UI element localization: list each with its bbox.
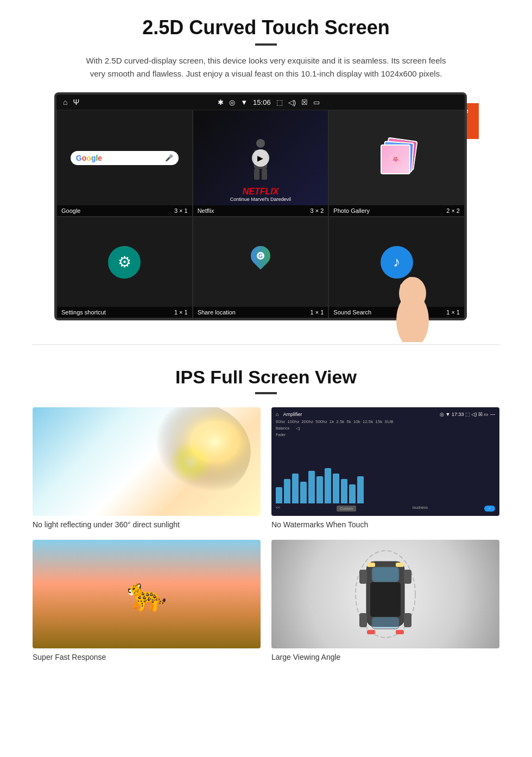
- settings-name: Settings shortcut: [61, 309, 106, 316]
- feature-caption-amplifier: No Watermarks When Touch: [271, 520, 499, 529]
- gallery-name: Photo Gallery: [333, 207, 370, 214]
- sound-name: Sound Search: [333, 309, 371, 316]
- gmaps-pin: G: [247, 242, 275, 269]
- section-divider: [33, 344, 499, 345]
- play-button[interactable]: ▶: [252, 149, 269, 167]
- wifi-icon: ▼: [240, 98, 248, 106]
- gallery-thumb: 🌸: [329, 110, 464, 205]
- section1-title: 2.5D Curved Touch Screen: [33, 16, 499, 39]
- amp-freq-labels: 60hz100hz200hz500hz1k2.5k5k10k12.5k15kSU…: [276, 419, 495, 424]
- gallery-stack: 🌸: [378, 139, 416, 177]
- eq-bar-7: [325, 468, 331, 503]
- settings-icon: ⚙: [108, 246, 141, 279]
- status-time: 15:06: [253, 98, 271, 106]
- figure-leg-right: [262, 169, 267, 180]
- svg-rect-12: [367, 563, 375, 567]
- google-thumb: Google 🎤: [57, 110, 192, 205]
- feature-cheetah: 🐆 Super Fast Response: [33, 540, 261, 661]
- svg-rect-10: [372, 617, 399, 629]
- figure-legs: [254, 169, 267, 180]
- amp-fader: Fader: [276, 433, 495, 437]
- eq-bar-2: [284, 479, 290, 503]
- close-icon: ☒: [301, 98, 308, 106]
- app-cell-netflix[interactable]: ▶ NETFLIX Continue Marvel's Daredevil Ne…: [193, 110, 329, 217]
- netflix-size: 3 × 2: [311, 207, 324, 214]
- eq-bar-11: [357, 476, 364, 503]
- svg-rect-16: [359, 570, 367, 584]
- app-cell-sound[interactable]: ♪ Sound Search 1 × 1: [328, 217, 465, 318]
- google-search-bar[interactable]: Google 🎤: [71, 151, 179, 165]
- camera-icon: ⬚: [276, 98, 283, 106]
- gmaps-icon: G: [247, 246, 274, 279]
- amp-title-bar: ⌂ Amplifier ◎ ▼ 17:33 ⬚ ◁) ☒ ▭ —: [276, 412, 495, 417]
- app-grid: Google 🎤 Google 3 × 1: [56, 110, 465, 318]
- feature-image-cheetah: 🐆: [33, 540, 261, 648]
- gmaps-pin-inner: G: [257, 252, 264, 260]
- figure-leg-left: [254, 169, 259, 180]
- feature-image-sunlight: [33, 407, 261, 516]
- svg-rect-18: [359, 613, 367, 627]
- svg-point-6: [132, 407, 251, 501]
- gallery-size: 2 × 2: [446, 207, 460, 214]
- feature-grid: No light reflecting under 360° direct su…: [33, 407, 499, 661]
- car-top-view-svg: [347, 545, 423, 643]
- eq-bar-6: [316, 476, 323, 503]
- section2-title: IPS Full Screen View: [33, 367, 499, 388]
- feature-image-car: [271, 540, 499, 648]
- eq-bar-1: [276, 487, 282, 503]
- eq-bar-8: [333, 474, 339, 503]
- svg-rect-13: [396, 563, 404, 567]
- img-cheetah: 🐆: [33, 540, 261, 648]
- eq-bar-5: [308, 471, 315, 503]
- settings-size: 1 × 1: [174, 309, 188, 316]
- eq-bar-4: [300, 482, 307, 503]
- gallery-card-3: 🌸: [381, 144, 410, 174]
- svg-rect-14: [367, 630, 375, 634]
- device-wrapper: Screen Size 10.1" ⌂ Ψ ✱ ◎ ▼ 15:06 ⬚ ◁) ☒: [54, 92, 478, 320]
- status-bar-center: ✱ ◎ ▼ 15:06 ⬚ ◁) ☒ ▭: [218, 98, 320, 106]
- section-ips: IPS Full Screen View: [0, 356, 532, 678]
- amp-icons: ◎ ▼ 17:33 ⬚ ◁) ☒ ▭ —: [440, 412, 495, 417]
- app-cell-settings[interactable]: ⚙ Settings shortcut 1 × 1: [56, 217, 193, 318]
- svg-rect-17: [404, 570, 411, 584]
- section1-title-underline: [255, 43, 277, 46]
- sound-thumb: ♪: [329, 217, 464, 307]
- app-cell-google[interactable]: Google 🎤 Google 3 × 1: [56, 110, 193, 217]
- location-icon: ◎: [229, 98, 235, 106]
- feature-sunlight: No light reflecting under 360° direct su…: [33, 407, 261, 529]
- feature-caption-car: Large Viewing Angle: [271, 653, 499, 661]
- google-logo: Google: [76, 154, 102, 162]
- share-size: 1 × 1: [311, 309, 324, 316]
- svg-rect-11: [370, 582, 401, 617]
- netflix-name: Netflix: [198, 207, 214, 214]
- netflix-logo: NETFLIX: [198, 187, 324, 197]
- settings-label: Settings shortcut 1 × 1: [57, 307, 192, 318]
- feature-amplifier: ⌂ Amplifier ◎ ▼ 17:33 ⬚ ◁) ☒ ▭ — 60hz100…: [271, 407, 499, 529]
- img-sunlight: [33, 407, 261, 516]
- img-amplifier: ⌂ Amplifier ◎ ▼ 17:33 ⬚ ◁) ☒ ▭ — 60hz100…: [271, 407, 499, 516]
- eq-bar-9: [341, 479, 347, 503]
- sunlight-svg: [33, 407, 261, 516]
- google-label: Google 3 × 1: [57, 205, 192, 216]
- gallery-label: Photo Gallery 2 × 2: [329, 205, 464, 216]
- status-bar: ⌂ Ψ ✱ ◎ ▼ 15:06 ⬚ ◁) ☒ ▭: [56, 94, 465, 110]
- amp-bottom-bar: << Custom loudness ●: [276, 506, 495, 512]
- volume-icon: ◁): [288, 98, 296, 106]
- share-thumb: G: [193, 217, 328, 307]
- feature-caption-sunlight: No light reflecting under 360° direct su…: [33, 520, 261, 529]
- amp-settings: Balance◁): [276, 426, 495, 431]
- netflix-overlay: NETFLIX Continue Marvel's Daredevil: [193, 184, 328, 205]
- amp-home-icon: ⌂: [276, 412, 278, 417]
- img-car: [271, 540, 499, 648]
- google-size: 3 × 1: [174, 207, 188, 214]
- share-name: Share location: [198, 309, 236, 316]
- figure-head: [256, 139, 265, 148]
- google-mic-icon: 🎤: [165, 154, 173, 162]
- app-cell-share[interactable]: G Share location 1 × 1: [193, 217, 329, 318]
- feature-car: Large Viewing Angle: [271, 540, 499, 661]
- eq-bar-10: [349, 484, 356, 503]
- sound-size: 1 × 1: [446, 309, 460, 316]
- amp-title: Amplifier: [283, 412, 302, 417]
- app-cell-gallery[interactable]: 🌸 Photo Gallery 2 × 2: [328, 110, 465, 217]
- amp-equalizer: [276, 439, 495, 503]
